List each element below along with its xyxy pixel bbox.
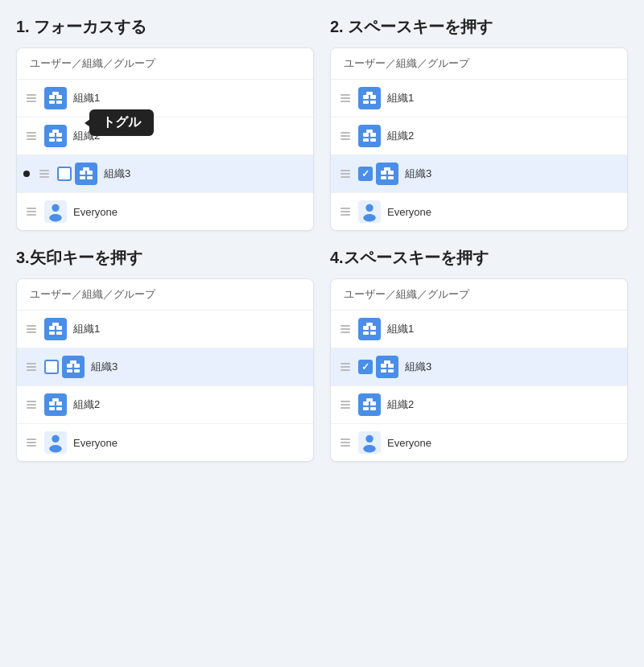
svg-point-67 [363,445,376,452]
svg-rect-59 [388,369,394,373]
svg-rect-24 [370,133,376,137]
svg-rect-5 [49,133,55,137]
list-item[interactable]: Everyone [17,424,313,461]
list-item[interactable]: 組織3 [17,155,313,193]
svg-rect-37 [56,331,62,335]
drag-handle [341,128,352,144]
svg-rect-38 [52,323,59,326]
list-item[interactable]: 組織3 [17,348,313,386]
item-label: 組織3 [104,167,130,181]
org-icon [376,163,398,185]
svg-rect-31 [384,167,390,171]
svg-rect-29 [388,171,394,175]
list-item[interactable]: 組織1 [17,311,313,348]
drag-handle [341,321,352,337]
item-label: 組織3 [405,360,431,374]
svg-rect-7 [56,133,62,137]
svg-rect-8 [56,138,62,142]
svg-rect-18 [363,101,369,104]
svg-rect-19 [370,95,376,99]
item-label: Everyone [73,437,118,449]
svg-rect-6 [49,138,55,142]
section-1: 1. フォーカスする ユーザー／組織／グループ 組織1 組織2 トグル [16,16,314,231]
list-item[interactable]: 組織2 [331,386,627,424]
svg-point-32 [365,204,373,212]
list-item[interactable]: 組織1 [331,311,627,348]
org-icon [376,356,398,378]
org-icon [44,393,67,416]
org-icon [62,356,85,378]
org-icon [358,393,381,416]
list-item[interactable]: 組織3 [331,348,627,386]
svg-rect-22 [363,133,369,137]
list-item[interactable]: 組織1 [17,80,313,117]
svg-point-66 [365,435,373,443]
svg-rect-43 [70,360,76,364]
svg-rect-13 [87,176,93,179]
svg-rect-4 [52,92,59,95]
checkbox-focus[interactable] [44,360,59,374]
svg-rect-41 [74,364,80,368]
section-1-header: ユーザー／組織／グループ [17,48,313,80]
svg-rect-9 [52,130,59,133]
list-item[interactable]: 組織2 [17,386,313,424]
drag-handle [27,90,38,106]
section-3-panel: ユーザー／組織／グループ 組織1 組織3 [16,278,314,462]
svg-rect-25 [370,138,376,142]
drag-handle [27,321,38,337]
checkbox-checked[interactable] [358,360,373,374]
list-item[interactable]: Everyone [331,193,627,230]
section-1-title: 1. フォーカスする [16,16,314,38]
drag-handle [27,397,38,413]
org-icon [75,163,97,185]
svg-rect-58 [388,364,394,368]
org-icon [358,125,381,147]
svg-rect-53 [370,326,376,330]
section-2: 2. スペースキーを押す ユーザー／組織／グループ 組織1 組織2 [330,16,628,231]
item-label: Everyone [73,206,118,218]
svg-rect-51 [363,326,369,330]
svg-point-15 [52,204,59,212]
org-icon [358,87,381,109]
list-item[interactable]: 組織2 トグル [17,117,313,155]
svg-rect-20 [370,101,376,104]
svg-rect-12 [87,171,93,175]
section-3-header: ユーザー／組織／グループ [17,279,313,311]
item-label: 組織1 [73,322,100,336]
org-icon [44,318,67,340]
item-label: 組織1 [387,322,414,336]
svg-rect-17 [363,95,369,99]
svg-rect-14 [83,167,89,171]
section-4-panel: ユーザー／組織／グループ 組織1 組織3 [330,278,628,462]
checkbox-checked[interactable] [358,167,373,181]
item-label: 組織1 [73,91,100,105]
svg-rect-2 [56,95,62,99]
list-item[interactable]: 組織1 [331,80,627,117]
svg-rect-39 [67,364,72,368]
svg-rect-11 [80,176,85,179]
section-2-panel: ユーザー／組織／グループ 組織1 組織2 [330,47,628,231]
item-label: Everyone [387,206,431,218]
list-item[interactable]: Everyone [331,424,627,461]
svg-point-50 [49,445,62,452]
toggle-tooltip: トグル [89,109,154,136]
item-label: 組織3 [91,360,118,374]
list-item[interactable]: 組織2 [331,117,627,155]
list-item[interactable]: Everyone [17,193,313,230]
list-item[interactable]: 組織3 [331,155,627,193]
svg-rect-10 [80,171,85,175]
item-label: 組織2 [387,397,414,412]
item-label: 組織3 [405,167,431,181]
drag-handle [27,204,38,220]
section-2-header: ユーザー／組織／グループ [331,48,627,80]
section-4-header: ユーザー／組織／グループ [331,279,627,311]
everyone-icon [358,200,381,223]
checkbox-focus[interactable] [57,167,72,181]
svg-rect-48 [52,398,59,401]
drag-handle [27,128,38,144]
item-label: Everyone [387,437,431,449]
drag-handle [341,90,352,106]
svg-rect-62 [363,407,369,410]
svg-rect-21 [366,92,373,95]
section-2-title: 2. スペースキーを押す [330,16,628,38]
